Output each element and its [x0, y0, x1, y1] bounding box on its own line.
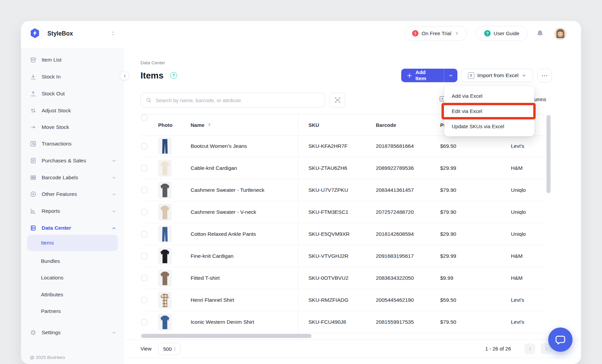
column-header-name[interactable]: Name — [191, 114, 212, 136]
item-name[interactable]: Cable-knit Cardigan — [191, 157, 237, 179]
sidebar-subitem-items[interactable]: Items — [27, 235, 118, 251]
previous-page-button[interactable] — [524, 343, 535, 354]
row-checkbox[interactable] — [141, 319, 147, 325]
item-name[interactable]: Cashmere Sweater - Turtleneck — [191, 179, 264, 201]
item-name[interactable]: Fine-knit Cardigan — [191, 245, 234, 267]
add-item-dropdown-toggle[interactable] — [444, 69, 457, 82]
item-barcode: 2018785681664 — [376, 135, 414, 157]
sidebar-item-move-stock[interactable]: Move Stock — [21, 119, 124, 136]
sidebar-subitem-attributes[interactable]: Attributes — [21, 286, 124, 303]
item-barcode: 2018142608594 — [376, 223, 414, 245]
sidebar-item-settings[interactable]: Settings — [21, 324, 124, 341]
table-row[interactable]: Bootcut Women's Jeans SKU-KFA2HR7F 20187… — [141, 135, 545, 157]
item-sku: SKU-U7V7ZPKU — [308, 179, 348, 201]
guide-label: User Guide — [494, 30, 519, 36]
table-row[interactable]: Cotton Relaxed Ankle Pants SKU-E5QVM9XR … — [141, 223, 545, 245]
search-bar[interactable] — [141, 93, 325, 108]
sidebar-item-label: Transactions — [42, 141, 71, 147]
item-name[interactable]: Bootcut Women's Jeans — [191, 135, 247, 157]
workspace-switcher-icon[interactable] — [110, 31, 115, 36]
garment-shape — [162, 139, 168, 154]
import-from-excel-button[interactable]: X Import from Excel — [461, 69, 533, 82]
table-row[interactable]: Cashmere Sweater - V-neck SKU-FTM3ESC1 2… — [141, 201, 545, 223]
column-header-sku[interactable]: SKU — [308, 114, 319, 136]
more-actions-button[interactable]: ··· — [538, 69, 552, 82]
sidebar-item-transactions[interactable]: Transactions — [21, 135, 124, 152]
chevron-down-icon — [111, 209, 116, 214]
row-checkbox[interactable] — [141, 253, 147, 259]
sidebar-item-label: Adjust Stock — [42, 108, 71, 114]
sidebar-subitem-locations[interactable]: Locations — [21, 269, 124, 286]
table-row[interactable]: Henri Flannel Shirt SKU-RMZFIADG 2005445… — [141, 289, 545, 311]
row-checkbox[interactable] — [141, 209, 147, 215]
sidebar-item-other-features[interactable]: Other Features — [21, 186, 124, 203]
row-checkbox[interactable] — [141, 275, 147, 281]
sidebar-item-reports[interactable]: Reports — [21, 203, 124, 220]
item-photo — [158, 204, 172, 221]
item-name[interactable]: Fitted T-shirt — [191, 267, 220, 289]
search-input[interactable] — [155, 97, 320, 104]
menu-item-add-via-excel[interactable]: Add via Excel — [444, 88, 534, 104]
table-row[interactable]: Cashmere Sweater - Turtleneck SKU-U7V7ZP… — [141, 179, 545, 201]
table-row[interactable]: Cable-knit Cardigan SKU-ZTAU6ZH6 2089922… — [141, 157, 545, 179]
horizontal-scrollbar[interactable] — [141, 334, 311, 338]
page-size-stepper[interactable]: 500 — [158, 343, 180, 355]
item-name[interactable]: Cashmere Sweater - V-neck — [191, 201, 256, 223]
item-price: $79.90 — [440, 201, 456, 223]
free-trial-button[interactable]: ! On Free Trial — [405, 26, 467, 41]
help-icon[interactable]: ? — [170, 72, 177, 79]
sidebar: Item List Stock In Stock Out Adjust Stoc… — [21, 48, 124, 364]
item-brand: H&M — [511, 157, 522, 179]
column-header-photo[interactable]: Photo — [158, 114, 173, 136]
gear-icon — [30, 329, 37, 336]
barcode-scan-button[interactable] — [330, 93, 345, 108]
table-row[interactable]: Fitted T-shirt SKU-0OTVBVU2 208363432205… — [141, 267, 545, 289]
item-name[interactable]: Iconic Western Denim Shirt — [191, 311, 254, 333]
notifications-bell-icon[interactable] — [536, 29, 544, 38]
item-barcode: 2081559917535 — [376, 311, 414, 333]
sidebar-item-label: Other Features — [42, 191, 77, 197]
arrows-up-down-icon — [30, 107, 37, 114]
guide-badge-icon: ? — [484, 30, 491, 37]
chevron-down-icon — [521, 73, 526, 78]
add-item-button[interactable]: Add Item — [401, 69, 457, 82]
row-checkbox[interactable] — [141, 187, 147, 193]
sidebar-item-purchases-sales[interactable]: Purchases & Sales — [21, 152, 124, 169]
sidebar-item-stock-out[interactable]: Stock Out — [21, 85, 124, 102]
sidebar-subitem-partners[interactable]: Partners — [21, 303, 124, 320]
item-price: $29.99 — [440, 157, 456, 179]
sidebar-item-stock-in[interactable]: Stock In — [21, 68, 124, 85]
item-barcode: 2083634322050 — [376, 267, 414, 289]
user-guide-button[interactable]: ? User Guide — [476, 26, 528, 41]
menu-item-update-skus-via-excel[interactable]: Update SKUs via Excel — [444, 119, 534, 134]
user-avatar[interactable] — [554, 27, 567, 40]
sidebar-item-item-list[interactable]: Item List — [21, 51, 124, 68]
sidebar-collapse-button[interactable] — [120, 71, 129, 81]
sidebar-item-barcode-labels[interactable]: Barcode Labels — [21, 169, 124, 186]
column-header-barcode[interactable]: Barcode — [376, 114, 396, 136]
item-brand: H&M — [511, 267, 522, 289]
select-all-checkbox[interactable] — [141, 114, 147, 120]
sidebar-subitem-bundles[interactable]: Bundles — [21, 253, 124, 270]
row-checkbox[interactable] — [141, 143, 147, 149]
chevron-down-icon — [111, 158, 116, 163]
table-row[interactable]: Iconic Western Denim Shirt SKU-FCU490J8 … — [141, 311, 545, 333]
row-checkbox[interactable] — [141, 231, 147, 237]
menu-item-edit-via-excel[interactable]: Edit via Excel — [444, 104, 534, 119]
item-brand: H&M — [511, 245, 522, 267]
chat-support-button[interactable] — [548, 327, 573, 352]
row-checkbox[interactable] — [141, 297, 147, 303]
sidebar-item-adjust-stock[interactable]: Adjust Stock — [21, 102, 124, 119]
sidebar-item-label: Move Stock — [42, 124, 69, 130]
row-checkbox[interactable] — [141, 165, 147, 171]
item-name[interactable]: Henri Flannel Shirt — [191, 289, 234, 311]
table-row[interactable]: Fine-knit Cardigan SKU-VTVGHJ2R 20916831… — [141, 245, 545, 267]
item-sku: SKU-VTVGHJ2R — [308, 245, 348, 267]
item-price: $9.99 — [440, 267, 453, 289]
copyright-text: @ 2025 BoxHero — [30, 355, 65, 360]
arrow-down-in-icon — [30, 73, 37, 80]
vertical-scrollbar[interactable] — [546, 115, 551, 193]
sidebar-item-data-center[interactable]: Data Center — [21, 220, 124, 236]
item-name[interactable]: Cotton Relaxed Ankle Pants — [191, 223, 256, 245]
bar-chart-icon — [30, 208, 37, 214]
